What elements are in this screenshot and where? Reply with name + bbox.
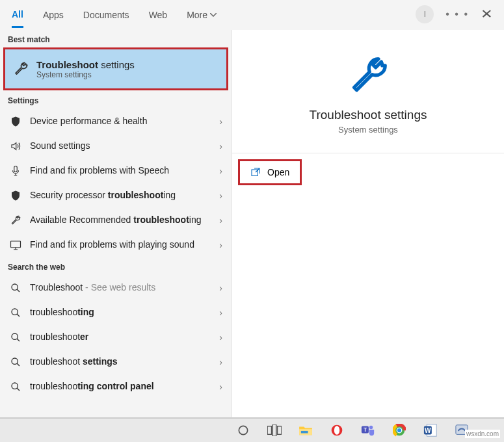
settings-row-text: Sound settings — [30, 140, 211, 152]
taskbar-opera[interactable] — [328, 421, 346, 439]
taskbar-cortana[interactable] — [234, 421, 252, 439]
search-icon — [9, 380, 22, 393]
svg-point-1 — [12, 284, 18, 290]
shield-icon — [9, 189, 22, 202]
taskbar-taskview[interactable] — [265, 421, 284, 439]
tab-more-label: More — [187, 10, 207, 20]
wrench-icon — [12, 60, 30, 78]
svg-rect-11 — [278, 426, 282, 435]
search-icon — [9, 331, 22, 344]
chevron-right-icon: › — [219, 332, 222, 343]
top-tabs: All Apps Documents Web More I • • • ✕ — [0, 0, 504, 30]
chevron-right-icon: › — [219, 141, 222, 151]
search-icon — [9, 306, 22, 319]
chevron-right-icon: › — [219, 215, 222, 226]
section-search-web: Search the web — [0, 257, 232, 276]
user-avatar[interactable]: I — [416, 5, 434, 23]
settings-row-device-health[interactable]: Device performance & health › — [0, 109, 232, 134]
svg-text:T: T — [364, 427, 367, 433]
settings-row-speech[interactable]: Find and fix problems with Speech › — [0, 159, 232, 183]
chevron-right-icon: › — [219, 166, 222, 176]
settings-row-text: Find and fix problems with playing sound — [30, 239, 211, 251]
close-button[interactable]: ✕ — [481, 7, 492, 21]
chevron-right-icon: › — [219, 190, 222, 201]
tab-documents[interactable]: Documents — [83, 3, 129, 27]
preview-pane: Troubleshoot settings System settings Op… — [232, 30, 504, 417]
svg-point-2 — [12, 309, 18, 315]
divider — [232, 153, 504, 153]
chevron-right-icon: › — [219, 357, 222, 367]
svg-point-3 — [12, 333, 18, 339]
chevron-right-icon: › — [219, 116, 222, 127]
web-row[interactable]: troubleshooting › — [0, 300, 232, 325]
chevron-right-icon: › — [219, 307, 222, 318]
watermark: wsxdn.com — [465, 430, 500, 438]
settings-row-text: Device performance & health — [30, 116, 211, 127]
best-match-title: Troubleshoot settings — [36, 59, 135, 70]
open-icon — [250, 167, 261, 177]
taskbar-word[interactable]: W — [421, 421, 440, 439]
settings-row-recommended[interactable]: Available Recommended troubleshooting › — [0, 208, 232, 233]
more-options-button[interactable]: • • • — [445, 8, 469, 20]
preview-title: Troubleshoot settings — [239, 108, 497, 122]
settings-row-playing-sound[interactable]: Find and fix problems with playing sound… — [0, 233, 232, 257]
taskbar: T W — [0, 418, 504, 442]
web-row[interactable]: troubleshooting control panel › — [0, 374, 232, 399]
settings-row-text: Security processor troubleshooting — [30, 190, 211, 202]
web-row[interactable]: troubleshoot settings › — [0, 350, 232, 374]
web-row[interactable]: Troubleshoot - See web results › — [0, 276, 232, 300]
tab-all[interactable]: All — [12, 3, 23, 28]
web-row-text: troubleshooting — [30, 307, 211, 318]
results-list: Best match Troubleshoot settings System … — [0, 30, 232, 417]
web-row-text: troubleshoot settings — [30, 356, 211, 368]
wrench-icon — [239, 53, 497, 101]
wrench-icon — [9, 214, 22, 227]
best-match-subtitle: System settings — [36, 70, 135, 79]
tab-apps[interactable]: Apps — [43, 3, 64, 27]
svg-point-15 — [334, 426, 339, 434]
taskbar-chrome[interactable] — [390, 421, 408, 439]
settings-row-sound[interactable]: Sound settings › — [0, 134, 232, 159]
svg-rect-0 — [11, 241, 21, 248]
taskbar-teams[interactable]: T — [359, 421, 377, 439]
settings-row-text: Find and fix problems with Speech — [30, 165, 211, 177]
svg-rect-9 — [267, 426, 271, 435]
search-icon — [9, 356, 22, 369]
open-label: Open — [267, 167, 289, 177]
section-best-match: Best match — [0, 30, 232, 48]
svg-point-8 — [239, 426, 247, 434]
start-search-panel: All Apps Documents Web More I • • • ✕ Be… — [0, 0, 504, 418]
section-settings: Settings — [0, 91, 232, 109]
svg-text:W: W — [425, 427, 431, 434]
svg-point-4 — [12, 358, 18, 364]
tab-more[interactable]: More — [187, 3, 217, 27]
best-match-result[interactable]: Troubleshoot settings System settings — [5, 49, 226, 88]
svg-rect-10 — [272, 424, 276, 436]
settings-row-security-processor[interactable]: Security processor troubleshooting › — [0, 183, 232, 208]
open-button[interactable]: Open — [240, 161, 300, 183]
chevron-right-icon: › — [219, 283, 222, 293]
shield-icon — [9, 115, 22, 128]
preview-subtitle: System settings — [239, 125, 497, 135]
chevron-right-icon: › — [219, 240, 222, 250]
chevron-down-icon — [210, 13, 217, 17]
web-row-text: troubleshooting control panel — [30, 381, 211, 393]
microphone-icon — [9, 164, 22, 177]
chevron-right-icon: › — [219, 382, 222, 392]
monitor-icon — [9, 239, 22, 252]
speaker-icon — [9, 140, 22, 153]
search-icon — [9, 281, 22, 294]
taskbar-explorer[interactable] — [297, 421, 315, 439]
svg-point-5 — [12, 383, 18, 389]
tab-web[interactable]: Web — [149, 3, 168, 27]
web-row-text: troubleshooter — [30, 332, 211, 343]
settings-row-text: Available Recommended troubleshooting — [30, 214, 211, 226]
svg-point-18 — [369, 426, 373, 430]
svg-rect-13 — [301, 431, 308, 434]
web-row[interactable]: troubleshooter › — [0, 325, 232, 350]
web-row-text: Troubleshoot - See web results — [30, 282, 211, 294]
